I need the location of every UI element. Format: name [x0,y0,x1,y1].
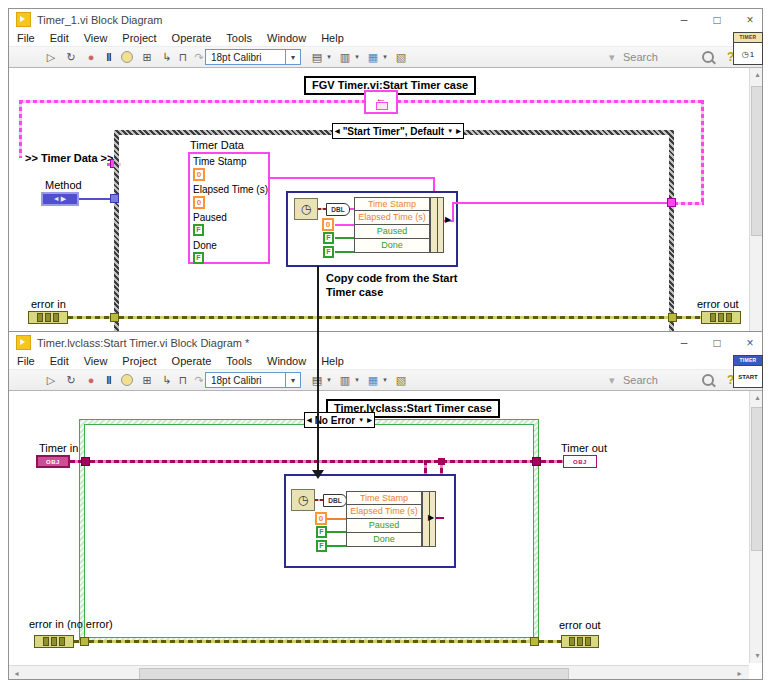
error-tunnel-right[interactable] [668,313,677,322]
case-selector[interactable]: ◀ "Start Timer", Default ▼ ▶ [332,123,464,139]
maximize-button[interactable]: □ [711,336,723,350]
cluster-field-value[interactable]: 0 [193,168,205,181]
cluster-field-value[interactable]: 0 [193,196,205,209]
close-button[interactable]: × [744,13,756,27]
shift-register-label[interactable]: >> Timer Data >> [25,152,113,164]
run-button[interactable]: ▷ [43,372,59,388]
scrollbar-thumb[interactable] [139,668,569,679]
timer-data-cluster[interactable]: Time Stamp 0 Elapsed Time (s) 0 Paused F… [188,152,270,264]
menu-project[interactable]: Project [122,32,156,44]
retain-wire-values-button[interactable]: ⊞ [139,49,155,65]
titlebar[interactable]: Timer_1.vi Block Diagram – □ × [9,9,762,30]
run-continuous-button[interactable]: ↻ [63,49,79,65]
menu-view[interactable]: View [84,355,108,367]
close-button[interactable]: × [744,336,756,350]
dbl-coercion[interactable]: DBL [326,203,350,216]
align-dropdown-icon[interactable]: ▾ [325,372,333,388]
timer-in-terminal[interactable]: OBJ [36,455,70,468]
vertical-scrollbar[interactable]: ▴ ▾ [749,391,762,663]
resize-dropdown-icon[interactable]: ▾ [381,49,389,65]
align-objects-button[interactable]: ▤ [309,49,325,65]
font-selector[interactable]: 18pt Calibri ▾ [205,49,301,65]
get-datetime-icon[interactable]: ◷ [294,198,318,220]
font-selector[interactable]: 18pt Calibri ▾ [205,372,301,388]
error-in-terminal[interactable] [28,311,68,324]
menu-edit[interactable]: Edit [50,32,69,44]
error-tunnel-right[interactable] [530,637,539,646]
error-out-terminal[interactable] [701,311,741,324]
case-next-icon[interactable]: ▶ [367,415,372,425]
scrollbar-thumb[interactable] [751,86,762,236]
search-input[interactable]: Search [623,51,658,63]
menu-file[interactable]: File [17,355,35,367]
error-in-terminal[interactable] [34,635,74,648]
search-scope-dropdown-icon[interactable]: ▾ [609,51,615,64]
search-scope-dropdown-icon[interactable]: ▾ [609,374,615,387]
case-selector-terminal[interactable] [110,194,119,203]
distribute-objects-button[interactable]: ▥ [337,372,353,388]
horizontal-scrollbar[interactable]: ◂ ▸ [9,665,749,679]
menu-operate[interactable]: Operate [172,32,212,44]
highlight-execution-lightbulb-icon[interactable] [121,374,133,386]
scroll-up-icon[interactable]: ▴ [750,391,762,405]
error-tunnel-left[interactable] [80,637,89,646]
elapsed-constant[interactable]: 0 [315,512,327,525]
done-constant[interactable]: F [323,246,334,258]
timer-out-terminal[interactable]: OBJ [563,455,597,468]
case-selector[interactable]: ◀ No Error ▼ ▶ [304,412,375,428]
output-tunnel[interactable] [667,198,676,207]
scroll-right-icon[interactable]: ▸ [732,667,747,679]
done-constant[interactable]: F [316,540,327,552]
case-drop-icon[interactable]: ▼ [447,126,453,136]
scrollbar-thumb[interactable] [751,407,762,551]
retain-wire-values-button[interactable]: ⊞ [139,372,155,388]
distribute-dropdown-icon[interactable]: ▾ [353,372,361,388]
method-enum-constant[interactable]: ◄▶ [41,192,79,206]
scroll-down-icon[interactable]: ▾ [750,649,762,663]
case-drop-icon[interactable]: ▼ [358,415,364,425]
minimize-button[interactable]: – [678,336,690,350]
resize-objects-button[interactable]: ▦ [365,372,381,388]
menu-help[interactable]: Help [321,355,344,367]
bundle-node[interactable]: Time Stamp Elapsed Time (s) Paused Done [354,197,430,253]
block-diagram-2[interactable]: Timer.lvclass:Start Timer case ◀ No Erro… [9,391,762,679]
case-prev-icon[interactable]: ◀ [307,415,312,425]
step-over-button[interactable]: ⊓ [175,49,191,65]
block-diagram-1[interactable]: FGV Timer.vi:Start Timer case ← >> Timer… [9,68,762,331]
menu-view[interactable]: View [84,32,108,44]
menu-window[interactable]: Window [267,355,306,367]
search-icon[interactable] [702,374,714,386]
feedback-node[interactable]: ← [364,90,398,114]
class-tunnel-right[interactable] [532,457,541,466]
get-datetime-icon[interactable]: ◷ [291,489,315,511]
menu-file[interactable]: File [17,32,35,44]
case-next-icon[interactable]: ▶ [456,126,461,136]
menu-tools[interactable]: Tools [226,355,252,367]
class-tunnel-left[interactable] [81,457,90,466]
menu-help[interactable]: Help [321,32,344,44]
font-dropdown-icon[interactable]: ▾ [285,373,300,387]
minimize-button[interactable]: – [678,13,690,27]
pause-button[interactable]: ‖ [101,372,117,388]
reorder-button[interactable]: ▧ [393,49,409,65]
maximize-button[interactable]: □ [711,13,723,27]
titlebar[interactable]: Timer.lvclass:Start Timer.vi Block Diagr… [9,332,762,353]
menu-project[interactable]: Project [122,355,156,367]
pause-button[interactable]: ‖ [101,49,117,65]
search-icon[interactable] [702,51,714,63]
resize-objects-button[interactable]: ▦ [365,49,381,65]
bundle-node[interactable]: Time Stamp Elapsed Time (s) Paused Done [346,491,422,547]
menu-edit[interactable]: Edit [50,355,69,367]
abort-button[interactable]: ● [83,49,99,65]
paused-constant[interactable]: F [316,526,327,538]
case-structure-border-right[interactable] [669,130,674,331]
menu-tools[interactable]: Tools [226,32,252,44]
menu-window[interactable]: Window [267,32,306,44]
menu-operate[interactable]: Operate [172,355,212,367]
paused-constant[interactable]: F [323,232,334,244]
distribute-dropdown-icon[interactable]: ▾ [353,49,361,65]
vertical-scrollbar[interactable]: ▴ [749,68,762,331]
error-out-terminal[interactable] [561,635,599,648]
scroll-left-icon[interactable]: ◂ [9,667,24,679]
resize-dropdown-icon[interactable]: ▾ [381,372,389,388]
